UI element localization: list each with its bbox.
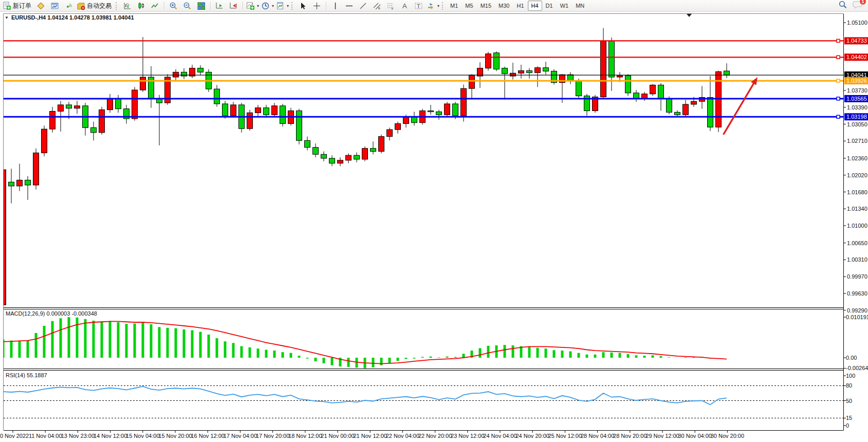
candle-body	[140, 77, 146, 90]
indicators-button[interactable]: ▾	[245, 1, 260, 11]
arrows-tool-button[interactable]: ▾	[426, 1, 440, 11]
toolbar-separator	[326, 2, 326, 10]
notifications-button[interactable]: 1	[853, 0, 863, 11]
horizontal-line-tool-button[interactable]	[342, 1, 356, 11]
toolbar-right: 1	[838, 0, 868, 11]
auto-scroll-button[interactable]	[213, 1, 227, 11]
zoom-in-button[interactable]	[167, 1, 180, 11]
search-icon[interactable]	[838, 0, 847, 11]
svg-text:1.04733: 1.04733	[846, 38, 867, 44]
chevron-down-icon: ▾	[257, 4, 259, 8]
candlestick-chart-button[interactable]	[134, 1, 148, 11]
toolbar-grip	[442, 2, 444, 10]
candle-body	[132, 90, 138, 119]
line-handle[interactable]	[837, 56, 840, 59]
candle-body	[157, 99, 162, 103]
toolbar-separator	[243, 2, 243, 10]
periods-button[interactable]: ▾	[260, 1, 275, 11]
text-label-tool-button[interactable]: T	[412, 1, 426, 11]
svg-text:29 Nov 12:00: 29 Nov 12:00	[645, 433, 679, 439]
svg-text:1.03390: 1.03390	[847, 104, 867, 110]
chevron-down-icon: ▾	[272, 4, 274, 8]
fibonacci-tool-button[interactable]: F	[384, 1, 398, 11]
candle-body	[42, 129, 47, 153]
timeframe-m30[interactable]: M30	[495, 1, 513, 11]
text-tool-button[interactable]: A	[398, 1, 412, 11]
candle-body	[412, 117, 417, 123]
candle-body	[181, 72, 187, 76]
svg-text:24 Nov 04:00: 24 Nov 04:00	[483, 433, 516, 439]
candle-body	[255, 108, 261, 113]
svg-text:1.00650: 1.00650	[847, 240, 867, 246]
candle-body	[9, 182, 14, 186]
candle-body	[107, 98, 113, 109]
signal-button[interactable]	[62, 1, 76, 11]
timeframe-h4[interactable]: H4	[528, 1, 542, 11]
timeframe-m15[interactable]: M15	[477, 1, 495, 11]
timeframe-d1[interactable]: D1	[542, 1, 557, 11]
new-order-button[interactable]: 新订单	[2, 1, 34, 11]
timeframe-w1[interactable]: W1	[557, 1, 572, 11]
candle-body	[675, 112, 680, 115]
timeframe-h1[interactable]: H1	[513, 1, 527, 11]
candle-body	[519, 70, 524, 73]
chart-shift-button[interactable]	[227, 1, 241, 11]
line-handle[interactable]	[837, 79, 840, 82]
line-handle[interactable]	[837, 97, 840, 100]
templates-button[interactable]: ▾	[275, 1, 290, 11]
svg-text:16 Nov 12:00: 16 Nov 12:00	[191, 433, 224, 439]
templates-icon	[276, 2, 285, 10]
timeframe-m5[interactable]: M5	[461, 1, 476, 11]
line-chart-button[interactable]	[148, 1, 162, 11]
candle-body	[321, 154, 327, 158]
line-handle[interactable]	[837, 115, 840, 118]
signal-icon	[64, 2, 73, 10]
cursor-tool-button[interactable]	[296, 1, 310, 11]
market-watch-button[interactable]	[34, 1, 48, 11]
rsi-label: RSI(14) 55.1887	[6, 372, 47, 378]
svg-text:0: 0	[846, 422, 849, 429]
candle-body	[494, 53, 500, 69]
candle-body	[173, 72, 179, 77]
navigator-button[interactable]	[48, 1, 62, 11]
horizontal-line-icon	[345, 2, 354, 10]
main-toolbar: 新订单 自动交易 ▾ ▾	[0, 0, 868, 12]
svg-text:1.03198: 1.03198	[846, 114, 867, 120]
toolbar-separator	[210, 2, 211, 10]
candle-body	[264, 108, 269, 115]
candle-body	[223, 104, 228, 116]
timeframe-mn[interactable]: MN	[572, 1, 588, 11]
svg-text:1.02710: 1.02710	[847, 138, 867, 144]
svg-text:17 Nov 20:00: 17 Nov 20:00	[256, 433, 289, 439]
chart-window[interactable]: ▼EURUSD-,H4 1.04124 1.04278 1.03981 1.04…	[0, 12, 868, 442]
svg-text:24 Nov 20:00: 24 Nov 20:00	[515, 433, 549, 439]
periods-clock-icon	[261, 2, 270, 10]
zoom-out-button[interactable]	[180, 1, 194, 11]
market-watch-icon	[36, 2, 45, 10]
candle-body	[445, 104, 450, 115]
text-icon: A	[400, 2, 409, 10]
svg-text:80: 80	[846, 382, 852, 389]
vertical-line-tool-button[interactable]	[328, 1, 342, 11]
svg-text:-0.002642: -0.002642	[846, 365, 868, 371]
bar-chart-button[interactable]	[120, 1, 134, 11]
candle-body	[428, 111, 434, 112]
tile-windows-button[interactable]	[194, 1, 208, 11]
candle-body	[724, 71, 730, 75]
svg-text:0.99630: 0.99630	[847, 290, 867, 297]
svg-text:0.010191: 0.010191	[846, 314, 868, 320]
svg-text:15 Nov 20:00: 15 Nov 20:00	[158, 433, 192, 439]
candle-body	[453, 104, 458, 116]
trendline-tool-button[interactable]	[356, 1, 370, 11]
line-handle[interactable]	[837, 39, 840, 42]
svg-text:30 Nov 04:00: 30 Nov 04:00	[678, 433, 711, 439]
crosshair-tool-button[interactable]	[310, 1, 324, 11]
candle-body	[436, 112, 442, 115]
equidistant-channel-tool-button[interactable]: E	[370, 1, 384, 11]
candle-body	[576, 81, 582, 96]
mt4-application: { "toolbar": { "new_order_label": "新订单",…	[0, 0, 868, 442]
timeframe-m1[interactable]: M1	[447, 1, 461, 11]
svg-text:1.00310: 1.00310	[847, 256, 867, 263]
candle-body	[601, 41, 606, 97]
autotrading-button[interactable]: 自动交易	[76, 1, 114, 11]
